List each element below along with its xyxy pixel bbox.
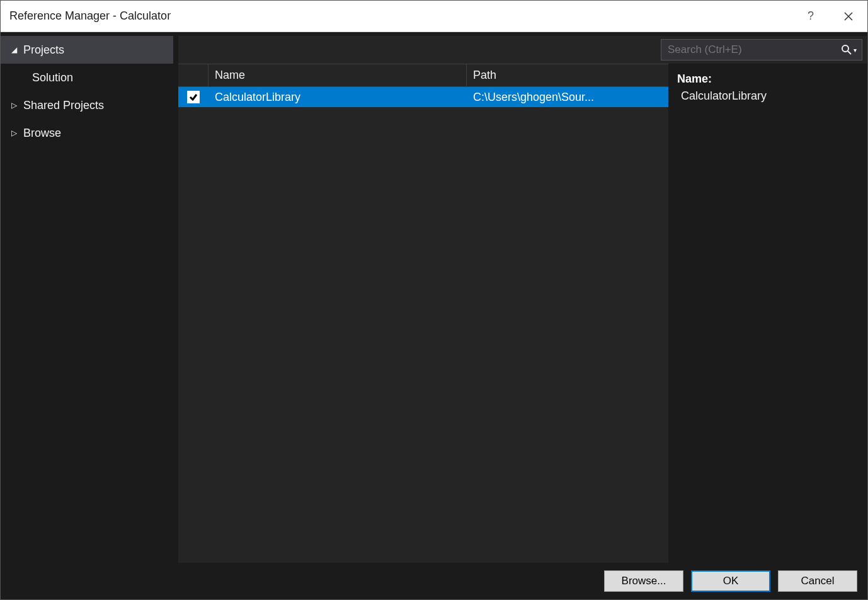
close-icon bbox=[844, 12, 853, 21]
sidebar-item-projects[interactable]: ◢ Projects bbox=[1, 36, 173, 64]
sidebar-item-browse[interactable]: ▷ Browse bbox=[1, 119, 173, 147]
reference-table: Name Path CalculatorLibrary C:\Users\gho… bbox=[178, 64, 668, 563]
column-check bbox=[178, 64, 208, 86]
row-check-cell bbox=[178, 91, 208, 103]
close-button[interactable] bbox=[830, 1, 867, 32]
search-icon[interactable]: ▾ bbox=[842, 45, 857, 55]
svg-line-1 bbox=[848, 51, 851, 54]
row-path: C:\Users\ghogen\Sour... bbox=[467, 91, 668, 104]
help-button[interactable]: ? bbox=[792, 1, 830, 32]
search-input[interactable] bbox=[666, 43, 842, 57]
details-name-value: CalculatorLibrary bbox=[677, 89, 859, 103]
details-name-label: Name: bbox=[677, 72, 859, 86]
browse-button[interactable]: Browse... bbox=[604, 570, 683, 592]
details-pane: Name: CalculatorLibrary bbox=[668, 64, 867, 563]
main-body: Name Path CalculatorLibrary C:\Users\gho… bbox=[178, 64, 867, 563]
search-box[interactable]: ▾ bbox=[661, 39, 862, 61]
sidebar-subitem-label: Solution bbox=[32, 71, 73, 84]
footer: Browse... OK Cancel bbox=[1, 563, 867, 599]
expander-collapsed-icon: ▷ bbox=[9, 101, 18, 110]
expander-expanded-icon: ◢ bbox=[9, 45, 18, 54]
ok-button[interactable]: OK bbox=[691, 570, 770, 592]
checkmark-icon bbox=[189, 93, 198, 101]
sidebar: ◢ Projects Solution ▷ Shared Projects ▷ … bbox=[1, 32, 173, 563]
table-row[interactable]: CalculatorLibrary C:\Users\ghogen\Sour..… bbox=[178, 87, 668, 107]
main-header: ▾ bbox=[178, 36, 867, 64]
main-pane: ▾ Name Path CalculatorLibrary bbox=[178, 36, 867, 563]
sidebar-subitem-solution[interactable]: Solution bbox=[1, 64, 173, 91]
sidebar-item-label: Shared Projects bbox=[23, 99, 104, 112]
column-header-name[interactable]: Name bbox=[208, 64, 467, 86]
cancel-button[interactable]: Cancel bbox=[778, 570, 857, 592]
sidebar-item-label: Browse bbox=[23, 127, 61, 140]
content-area: ◢ Projects Solution ▷ Shared Projects ▷ … bbox=[1, 32, 867, 563]
column-headers: Name Path bbox=[178, 64, 668, 87]
chevron-down-icon: ▾ bbox=[854, 47, 857, 54]
expander-collapsed-icon: ▷ bbox=[9, 129, 18, 137]
row-name: CalculatorLibrary bbox=[208, 91, 467, 104]
svg-point-0 bbox=[842, 45, 848, 52]
titlebar: Reference Manager - Calculator ? bbox=[1, 1, 867, 32]
sidebar-item-label: Projects bbox=[23, 43, 64, 57]
sidebar-item-shared-projects[interactable]: ▷ Shared Projects bbox=[1, 91, 173, 119]
help-icon: ? bbox=[808, 9, 814, 23]
column-header-path[interactable]: Path bbox=[467, 64, 668, 86]
row-checkbox[interactable] bbox=[187, 91, 200, 103]
window-title: Reference Manager - Calculator bbox=[9, 9, 792, 23]
